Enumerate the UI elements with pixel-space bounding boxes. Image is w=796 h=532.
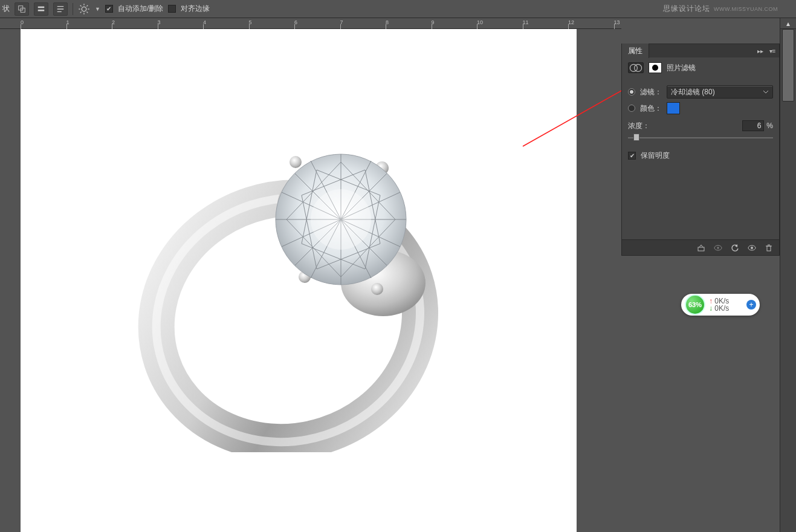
filter-select[interactable]: 冷却滤镜 (80) bbox=[667, 85, 773, 99]
panel-tabs: 属性 ▸▸ ▾≡ bbox=[622, 44, 779, 57]
filter-label: 滤镜： bbox=[640, 87, 662, 97]
svg-point-4 bbox=[82, 7, 86, 11]
scroll-up-icon[interactable]: ▴ bbox=[780, 18, 796, 29]
panel-footer bbox=[622, 239, 779, 255]
panel-body: 滤镜： 冷却滤镜 (80) 颜色： 浓度： % bbox=[622, 78, 779, 173]
density-input[interactable] bbox=[742, 120, 764, 131]
tool-label-fragment: 状 bbox=[2, 4, 10, 14]
path-ops-button-1[interactable] bbox=[15, 2, 29, 16]
panel-menu-icon[interactable]: ▾≡ bbox=[767, 45, 778, 56]
panel-collapse-icon[interactable]: ▸▸ bbox=[755, 45, 766, 56]
preserve-luminosity-label: 保留明度 bbox=[641, 151, 670, 161]
preserve-luminosity-checkbox[interactable] bbox=[628, 152, 636, 160]
svg-point-43 bbox=[751, 247, 753, 249]
preserve-row: 保留明度 bbox=[628, 151, 773, 161]
svg-line-11 bbox=[80, 11, 82, 13]
color-label: 颜色： bbox=[640, 103, 662, 114]
path-ops-button-2[interactable] bbox=[34, 2, 48, 16]
watermark-brand: 思缘设计论坛 bbox=[663, 4, 710, 14]
filter-row: 滤镜： 冷却滤镜 (80) bbox=[628, 85, 773, 99]
svg-line-10 bbox=[86, 11, 88, 13]
network-widget[interactable]: 63% 0K/s 0K/s + bbox=[681, 294, 760, 316]
watermark-url: WWW.MISSYUAN.COM bbox=[714, 6, 778, 12]
color-swatch[interactable] bbox=[667, 102, 680, 114]
panel-header: 照片滤镜 bbox=[622, 57, 779, 78]
align-edges-label: 对齐边缘 bbox=[181, 4, 210, 14]
svg-point-33 bbox=[311, 189, 371, 250]
panel-title: 照片滤镜 bbox=[667, 63, 696, 73]
auto-add-delete-label: 自动添加/删除 bbox=[118, 4, 163, 14]
chevron-down-icon bbox=[763, 89, 769, 95]
document-content bbox=[93, 65, 480, 452]
density-unit: % bbox=[766, 122, 773, 130]
toolbar-divider bbox=[73, 3, 73, 15]
svg-line-12 bbox=[86, 5, 88, 6]
svg-point-17 bbox=[290, 156, 302, 168]
svg-line-9 bbox=[80, 5, 82, 6]
canvas[interactable] bbox=[21, 29, 577, 532]
svg-point-37 bbox=[635, 64, 642, 71]
svg-rect-3 bbox=[38, 9, 45, 11]
path-ops-button-3[interactable] bbox=[53, 2, 68, 16]
align-edges-checkbox[interactable] bbox=[168, 5, 176, 13]
clip-to-layer-icon[interactable] bbox=[694, 242, 708, 253]
plus-icon[interactable]: + bbox=[746, 300, 756, 310]
filter-radio[interactable] bbox=[628, 88, 635, 96]
vertical-scrollbar[interactable]: ▴ bbox=[780, 18, 796, 532]
panel-dock: 属性 ▸▸ ▾≡ 照片滤镜 滤镜： 冷却滤镜 (80) 颜色： bbox=[621, 18, 780, 532]
density-label: 浓度： bbox=[628, 121, 650, 131]
memory-percent-badge[interactable]: 63% bbox=[685, 294, 705, 315]
auto-add-delete-checkbox[interactable] bbox=[105, 5, 113, 13]
view-previous-icon[interactable] bbox=[711, 242, 725, 253]
svg-rect-2 bbox=[38, 6, 45, 8]
filter-select-value: 冷却滤镜 (80) bbox=[671, 87, 715, 97]
density-slider[interactable] bbox=[628, 134, 773, 142]
properties-panel: 属性 ▸▸ ▾≡ 照片滤镜 滤镜： 冷却滤镜 (80) 颜色： bbox=[621, 44, 780, 256]
scrollbar-thumb[interactable] bbox=[782, 29, 794, 102]
svg-rect-38 bbox=[698, 247, 704, 251]
download-rate: 0K/s bbox=[709, 305, 729, 312]
svg-point-36 bbox=[630, 64, 637, 71]
layer-mask-icon[interactable] bbox=[649, 62, 662, 73]
visibility-icon[interactable] bbox=[745, 242, 759, 253]
trash-icon[interactable] bbox=[762, 242, 775, 253]
reset-icon[interactable] bbox=[728, 242, 742, 253]
color-row: 颜色： bbox=[628, 102, 773, 114]
network-rates: 0K/s 0K/s bbox=[709, 297, 729, 312]
dropdown-caret-icon[interactable]: ▼ bbox=[95, 6, 100, 12]
color-radio[interactable] bbox=[628, 105, 635, 112]
svg-rect-44 bbox=[767, 246, 771, 251]
svg-point-20 bbox=[371, 283, 383, 295]
tab-properties[interactable]: 属性 bbox=[622, 44, 649, 58]
gear-icon[interactable] bbox=[78, 3, 90, 15]
svg-point-40 bbox=[717, 247, 719, 248]
watermark: 思缘设计论坛 WWW.MISSYUAN.COM bbox=[663, 4, 778, 14]
adjustment-icon[interactable] bbox=[628, 62, 644, 73]
density-row: 浓度： % bbox=[628, 120, 773, 131]
